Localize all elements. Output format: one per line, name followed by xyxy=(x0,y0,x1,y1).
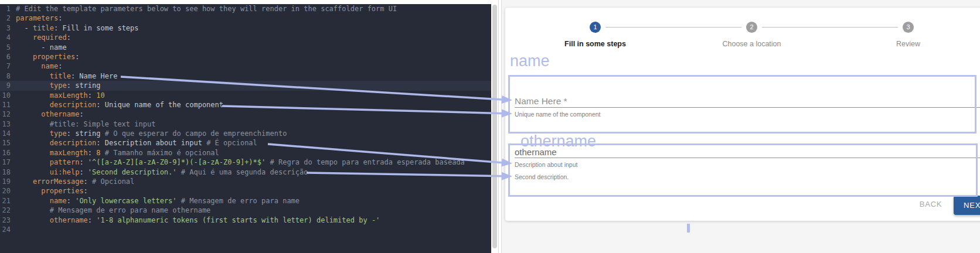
code-text: othername: xyxy=(16,110,84,119)
code-text: # Mensagem de erro para name othername xyxy=(16,206,210,215)
line-number: 1 xyxy=(0,4,11,13)
code-line[interactable]: 18 ui:help: 'Second description.' # Aqui… xyxy=(0,167,491,177)
code-text: properties: xyxy=(16,186,88,196)
next-button[interactable]: NEXT xyxy=(954,196,980,215)
code-text: maxLength: 10 xyxy=(16,91,105,100)
editor-scrollbar[interactable] xyxy=(491,0,498,253)
code-line[interactable]: 16 maxLength: 8 # Tamanho máximo é opcio… xyxy=(0,148,491,158)
line-number: 18 xyxy=(0,167,11,177)
line-number: 16 xyxy=(0,148,11,158)
code-line[interactable]: 3 - title: Fill in some steps xyxy=(0,23,491,33)
code-line[interactable]: 7 name: xyxy=(0,61,491,71)
code-line[interactable]: 4 required: xyxy=(0,33,491,42)
line-number: 7 xyxy=(0,61,11,71)
step-1-indicator: 1 xyxy=(590,22,601,33)
code-line[interactable]: 21 name: 'Only lowercase letters' # Mens… xyxy=(0,196,491,206)
step-1-label: Fill in some steps xyxy=(517,40,673,48)
line-number: 19 xyxy=(0,177,11,186)
step-3-label: Review xyxy=(830,40,980,48)
line-number: 5 xyxy=(0,43,11,52)
code-line[interactable]: 9 type: string xyxy=(0,81,491,90)
code-text: required: xyxy=(16,33,71,42)
line-number: 21 xyxy=(0,196,11,206)
line-number: 2 xyxy=(0,13,11,23)
code-line[interactable]: 12 othername: xyxy=(0,110,491,119)
annotation-box-othername xyxy=(508,143,978,197)
code-editor-panel[interactable]: 1# Edit the template parameters below to… xyxy=(0,0,502,253)
line-number: 20 xyxy=(0,186,11,196)
scrollbar-thumb[interactable] xyxy=(492,5,497,248)
annotation-cursor xyxy=(687,224,690,233)
code-text: maxLength: 8 # Tamanho máximo é opcional xyxy=(16,148,219,158)
annotation-box-name xyxy=(508,75,976,134)
code-text: description: Unique name of the componen… xyxy=(16,100,223,110)
code-editor[interactable]: 1# Edit the template parameters below to… xyxy=(0,4,491,253)
annotation-label-othername: othername xyxy=(520,132,596,151)
line-number: 11 xyxy=(0,100,11,110)
code-line[interactable]: 13 #title: Simple text input xyxy=(0,119,491,129)
code-text: ui:help: 'Second description.' # Aqui é … xyxy=(16,167,308,177)
line-number: 24 xyxy=(0,225,11,234)
step-2-indicator: 2 xyxy=(746,22,757,33)
code-line[interactable]: 11 description: Unique name of the compo… xyxy=(0,100,491,110)
code-line[interactable]: 19 errorMessage: # Opcional xyxy=(0,177,491,186)
back-button[interactable]: BACK xyxy=(912,194,950,214)
line-number: 23 xyxy=(0,216,11,225)
step-3-indicator: 3 xyxy=(903,22,914,33)
code-text: parameters: xyxy=(16,13,62,23)
code-text: type: string # O que esperar do campo de… xyxy=(16,129,287,138)
code-line[interactable]: 10 maxLength: 10 xyxy=(0,91,491,100)
line-number: 9 xyxy=(0,81,11,90)
code-line[interactable]: 17 pattern: '^([a-zA-Z][a-zA-Z0-9]*)(-[a… xyxy=(0,158,491,167)
code-line[interactable]: 2parameters: xyxy=(0,13,491,23)
code-line[interactable]: 6 properties: xyxy=(0,52,491,61)
code-text: type: string xyxy=(16,81,101,90)
panel-splitter[interactable] xyxy=(498,0,502,253)
step-review: 3 Review xyxy=(830,22,980,48)
annotation-label-name: name xyxy=(510,52,550,70)
code-text: name: 'Only lowercase letters' # Mensage… xyxy=(16,196,300,206)
line-number: 17 xyxy=(0,158,11,167)
code-text: pattern: '^([a-zA-Z][a-zA-Z0-9]*)(-[a-zA… xyxy=(16,158,465,167)
line-number: 12 xyxy=(0,110,11,119)
code-text: othername: '1-8 alphanumeric tokens (fir… xyxy=(16,216,380,225)
step-fill-in-some-steps: 1 Fill in some steps xyxy=(517,22,673,48)
code-line[interactable]: 1# Edit the template parameters below to… xyxy=(0,4,491,13)
line-number: 8 xyxy=(0,71,11,81)
code-text: - name xyxy=(16,43,67,52)
code-line[interactable]: 15 description: Description about input … xyxy=(0,138,491,148)
code-text: properties: xyxy=(16,52,79,61)
line-number: 3 xyxy=(0,23,11,33)
code-text: #title: Simple text input xyxy=(16,119,155,129)
line-number: 6 xyxy=(0,52,11,61)
code-text: # Edit the template parameters below to … xyxy=(16,4,397,13)
code-line[interactable]: 24 xyxy=(0,225,491,234)
line-number: 14 xyxy=(0,129,11,138)
code-line[interactable]: 5 - name xyxy=(0,43,491,52)
code-text: - title: Fill in some steps xyxy=(16,23,139,33)
code-line[interactable]: 23 othername: '1-8 alphanumeric tokens (… xyxy=(0,216,491,225)
line-number: 10 xyxy=(0,91,11,100)
code-lines[interactable]: 1# Edit the template parameters below to… xyxy=(0,4,491,234)
code-text: description: Description about input # É… xyxy=(16,138,257,148)
line-number: 4 xyxy=(0,33,11,42)
code-line[interactable]: 20 properties: xyxy=(0,186,491,196)
code-line[interactable]: 14 type: string # O que esperar do campo… xyxy=(0,129,491,138)
step-choose-a-location: 2 Choose a location xyxy=(673,22,830,48)
code-line[interactable]: 8 title: Name Here xyxy=(0,71,491,81)
line-number: 13 xyxy=(0,119,11,129)
step-2-label: Choose a location xyxy=(673,40,830,48)
line-number: 15 xyxy=(0,138,11,148)
line-number: 22 xyxy=(0,206,11,215)
code-line[interactable]: 22 # Mensagem de erro para name othernam… xyxy=(0,206,491,215)
code-text: title: Name Here xyxy=(16,71,117,81)
code-text: name: xyxy=(16,61,63,71)
code-text: errorMessage: # Opcional xyxy=(16,177,134,186)
